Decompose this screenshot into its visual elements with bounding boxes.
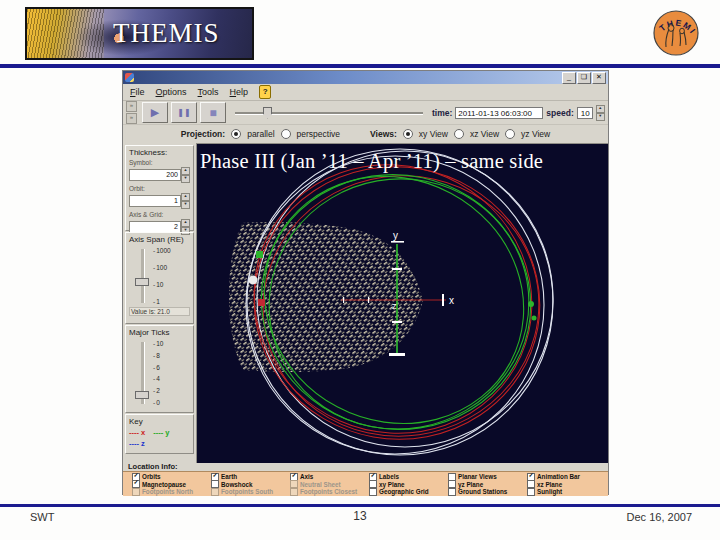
- radio-parallel[interactable]: [231, 129, 241, 139]
- header-rule: [0, 64, 720, 68]
- menu-bar: File Options Tools Help ?: [123, 84, 608, 101]
- time-label: time:: [432, 108, 452, 118]
- minimize-button[interactable]: _: [562, 72, 576, 84]
- symbol-thickness-spinner[interactable]: [181, 167, 190, 183]
- orbit-thickness-input[interactable]: 1: [129, 195, 181, 207]
- axis-span-title: Axis Span (RE): [129, 235, 190, 244]
- orbit-plot: y x z: [197, 144, 608, 463]
- time-slider-thumb[interactable]: [263, 107, 272, 119]
- stop-button[interactable]: ■: [200, 102, 226, 123]
- radio-parallel-label: parallel: [247, 129, 274, 139]
- menu-help[interactable]: Help: [230, 87, 249, 97]
- help-icon[interactable]: ?: [259, 85, 271, 99]
- views-label: Views:: [370, 129, 397, 139]
- probe-marker-green: [256, 251, 263, 258]
- menu-tools[interactable]: Tools: [198, 87, 219, 97]
- axis-span-value: Value is: 21.0: [129, 307, 190, 316]
- radio-xy-view[interactable]: [403, 129, 413, 139]
- speed-label: speed:: [546, 108, 573, 118]
- checkbox-geographic-grid[interactable]: [369, 488, 377, 496]
- banner-title: THEMIS: [113, 18, 220, 49]
- themis-mission-patch-icon: THEMIS: [652, 9, 700, 57]
- speed-input[interactable]: 10: [577, 107, 593, 119]
- axis-span-slider-thumb[interactable]: [135, 278, 149, 286]
- major-ticks-title: Major Ticks: [129, 328, 190, 337]
- axis-span-slider[interactable]: 1000 100 10 1: [129, 247, 190, 305]
- probe-marker-green-right: [532, 316, 537, 321]
- key-x: ---- x: [129, 428, 145, 437]
- key-z: ---- z: [129, 439, 145, 448]
- major-ticks-panel: Major Ticks 10 8 6 4 2 0: [125, 325, 194, 413]
- checkbox-ground-stations[interactable]: [448, 488, 456, 496]
- menu-options[interactable]: Options: [156, 87, 187, 97]
- symbol-thickness-input[interactable]: 200: [129, 169, 181, 181]
- major-ticks-slider[interactable]: 10 8 6 4 2 0: [129, 340, 190, 406]
- location-info-label: Location Info:: [123, 463, 608, 471]
- key-panel: Key ---- x ---- y ---- z: [125, 414, 194, 454]
- window-titlebar[interactable]: _ ❏ ✕: [123, 71, 608, 84]
- axis-label-x: x: [449, 295, 454, 306]
- radio-perspective-label: perspective: [297, 129, 340, 139]
- key-y: ---- y: [153, 428, 169, 437]
- orbit-canvas[interactable]: y x z Phase III (Jan ’11 – Apr ’11) – sa…: [196, 143, 608, 463]
- axis-span-panel: Axis Span (RE) 1000 100 10 1 Value is: 2…: [125, 232, 194, 324]
- major-ticks-slider-thumb[interactable]: [135, 391, 149, 399]
- probe-marker-green-right: [528, 301, 534, 307]
- orbit-label: Orbit:: [129, 185, 190, 192]
- animation-toolbar: ▶ ❚❚ ■ time: 2011-01-13 06:03:00 speed: …: [123, 101, 608, 125]
- slide: THEMIS THEMIS _ ❏ ✕ File Options T: [0, 0, 720, 540]
- radio-xz-view-label: xz View: [470, 129, 499, 139]
- radio-yz-view-label: yz View: [521, 129, 550, 139]
- probe-marker-red: [258, 299, 265, 306]
- slide-overlay-title: Phase III (Jan ’11 – Apr ’11) – same sid…: [200, 150, 543, 173]
- speed-spinner[interactable]: [596, 105, 605, 121]
- footer-date: Dec 16, 2007: [627, 511, 692, 523]
- maximize-button[interactable]: ❏: [577, 72, 591, 84]
- symbol-label: Symbol:: [129, 159, 190, 166]
- toolbar-grip-handle[interactable]: [126, 101, 137, 112]
- key-title: Key: [129, 417, 190, 426]
- checkbox-sunlight[interactable]: [527, 488, 535, 496]
- radio-yz-view[interactable]: [505, 129, 515, 139]
- themis-banner-logo: THEMIS: [25, 7, 254, 60]
- thickness-title: Thickness:: [129, 148, 190, 157]
- orbit-thickness-spinner[interactable]: [181, 193, 190, 209]
- radio-xz-view[interactable]: [454, 129, 464, 139]
- page-number: 13: [0, 509, 720, 523]
- toolbar-grip-handle[interactable]: [126, 113, 137, 124]
- footer-rule: [0, 504, 720, 507]
- probe-marker-white: [249, 276, 258, 285]
- radio-xy-view-label: xy View: [419, 129, 448, 139]
- menu-file[interactable]: File: [130, 87, 145, 97]
- axis-label-z: z: [392, 301, 397, 311]
- pause-button[interactable]: ❚❚: [171, 102, 197, 123]
- display-options-panel: Orbits Magnetopause Footpoints North Ear…: [123, 471, 608, 496]
- time-slider[interactable]: [235, 106, 423, 120]
- play-button[interactable]: ▶: [142, 102, 168, 123]
- checkbox-footpoints-north: [132, 488, 140, 496]
- time-input[interactable]: 2011-01-13 06:03:00: [455, 107, 543, 119]
- thickness-panel: Thickness: Symbol: 200 Orbit: 1 Axis & G…: [125, 145, 194, 231]
- radio-perspective[interactable]: [281, 129, 291, 139]
- projection-views-row: Projection: parallel perspective Views: …: [123, 125, 608, 143]
- app-icon: [125, 73, 134, 82]
- close-button[interactable]: ✕: [592, 72, 606, 84]
- checkbox-footpoints-south: [211, 488, 219, 496]
- checkbox-footpoints-closest: [290, 488, 298, 496]
- settings-sidebar: Thickness: Symbol: 200 Orbit: 1 Axis & G…: [123, 143, 196, 463]
- orbit-viewer-window: _ ❏ ✕ File Options Tools Help ? ▶ ❚❚ ■: [122, 70, 609, 495]
- axis-grid-label: Axis & Grid:: [129, 211, 190, 218]
- projection-label: Projection:: [181, 129, 225, 139]
- axis-label-y: y: [393, 230, 398, 241]
